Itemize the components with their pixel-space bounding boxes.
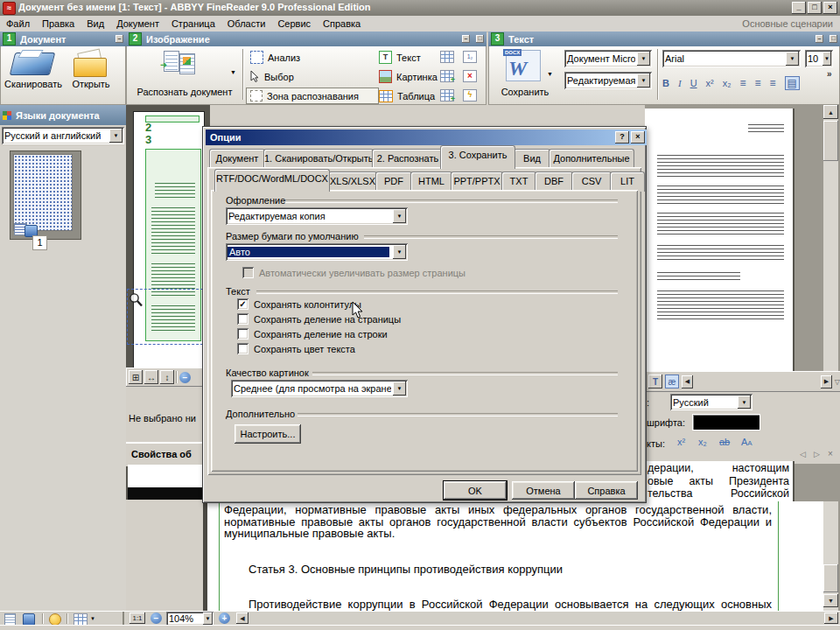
dropdown-arrow-icon[interactable]: ▼ bbox=[547, 71, 553, 77]
dropdown-arrow-icon[interactable]: ▼ bbox=[738, 396, 751, 409]
dropdown-arrow-icon[interactable]: ▼ bbox=[109, 129, 122, 143]
menu-file[interactable]: Файл bbox=[0, 17, 36, 31]
text-language-combobox[interactable]: Русский▼ bbox=[670, 394, 752, 410]
scroll-down-icon[interactable]: ▼ bbox=[823, 594, 838, 607]
add-cell-icon[interactable]: + bbox=[440, 70, 454, 82]
dropdown-arrow-icon[interactable]: ▼ bbox=[786, 52, 799, 66]
tab-save-active[interactable]: 3. Сохранить bbox=[440, 145, 515, 169]
fit-page-button[interactable]: ⊞ bbox=[129, 370, 143, 384]
dropdown-arrow-icon[interactable]: ▼ bbox=[203, 612, 213, 625]
analyze-table-icon[interactable]: ϟ bbox=[463, 89, 477, 102]
dropdown-arrow-icon[interactable]: ▼ bbox=[393, 245, 406, 259]
subtab-ppt[interactable]: PPT/PPTX bbox=[451, 172, 503, 192]
tab-view[interactable]: Вид bbox=[514, 149, 550, 169]
keep-headers-checkbox[interactable]: ✓ Сохранять колонтитулы bbox=[237, 298, 361, 310]
checkbox-box[interactable] bbox=[237, 343, 248, 354]
superscript-button[interactable]: x² bbox=[706, 78, 714, 88]
keep-line-breaks-checkbox[interactable]: Сохранять деление на строки bbox=[237, 328, 388, 340]
font-size-combobox[interactable]: 10▼ bbox=[805, 50, 833, 67]
fit-width-button[interactable]: ↔ bbox=[144, 370, 158, 384]
menu-help[interactable]: Справка bbox=[317, 17, 367, 31]
zoom-out-button[interactable]: − bbox=[150, 612, 162, 624]
zoom-level-combobox[interactable]: 104%▼ bbox=[166, 612, 214, 626]
checkbox-box[interactable] bbox=[237, 313, 248, 325]
hscroll-left-icon[interactable]: ◀ bbox=[236, 612, 248, 624]
merge-cells-icon[interactable] bbox=[440, 51, 454, 63]
menu-areas[interactable]: Области bbox=[221, 17, 272, 31]
panel-minimize-icon[interactable]: – bbox=[462, 35, 470, 43]
subtab-html[interactable]: HTML bbox=[410, 172, 452, 192]
bold-button[interactable]: B bbox=[662, 78, 669, 88]
scrollbar-thumb[interactable] bbox=[823, 564, 838, 592]
next-area-icon[interactable]: ▷ bbox=[814, 450, 820, 458]
keep-page-breaks-checkbox[interactable]: Сохранять деление на страницы bbox=[237, 313, 401, 325]
dropdown-arrow-icon[interactable]: ▼ bbox=[822, 52, 831, 66]
effect-smallcaps-icon[interactable]: Aa bbox=[741, 437, 752, 447]
save-button[interactable]: W DOCX ▼ Сохранить bbox=[493, 48, 557, 102]
dialog-close-button[interactable]: × bbox=[631, 131, 645, 144]
zoom-out-button[interactable]: − bbox=[179, 372, 191, 383]
analyze-tool[interactable]: Анализ bbox=[248, 49, 369, 66]
keep-text-color-checkbox[interactable]: Сохранять цвет текста bbox=[237, 343, 355, 354]
effect-subscript-icon[interactable]: x₂ bbox=[698, 437, 707, 447]
scan-button[interactable]: Сканировать bbox=[4, 49, 60, 102]
configure-button[interactable]: Настроить... bbox=[234, 424, 301, 444]
subtab-pdf[interactable]: PDF bbox=[375, 172, 412, 192]
dropdown-arrow-icon[interactable]: ▼ bbox=[230, 69, 236, 75]
text-vertical-scrollbar-bottom[interactable]: ▼ bbox=[823, 501, 838, 611]
text-vertical-scrollbar[interactable]: ▲ bbox=[823, 105, 838, 382]
dropdown-arrow-icon[interactable]: ▼ bbox=[637, 52, 650, 66]
menu-tools[interactable]: Сервис bbox=[271, 17, 317, 31]
align-justify-button-selected[interactable]: ▤ bbox=[785, 76, 800, 90]
window-close-button[interactable]: × bbox=[823, 2, 837, 14]
menu-edit[interactable]: Правка bbox=[36, 17, 80, 31]
dialog-titlebar[interactable]: Опции ? × bbox=[206, 130, 647, 145]
main-scenarios-label[interactable]: Основные сценарии bbox=[742, 18, 840, 29]
design-combobox[interactable]: Редактируемая копия▼ bbox=[226, 207, 408, 225]
subtab-xls[interactable]: XLS/XLSX bbox=[328, 172, 377, 192]
panel-collapse-icon[interactable]: ▽ bbox=[835, 378, 840, 386]
cancel-button[interactable]: Отмена bbox=[512, 481, 575, 500]
tab-recognize[interactable]: 2. Распознать bbox=[372, 149, 444, 169]
menu-document[interactable]: Документ bbox=[110, 17, 165, 31]
subscript-button[interactable]: x₂ bbox=[723, 78, 732, 88]
dialog-help-button[interactable]: ? bbox=[615, 131, 629, 144]
dropdown-arrow-icon[interactable]: ▼ bbox=[393, 382, 406, 396]
panel-minimize-icon[interactable]: – bbox=[816, 35, 823, 43]
effect-superscript-icon[interactable]: x² bbox=[677, 437, 685, 447]
subtab-txt[interactable]: TXT bbox=[501, 172, 536, 192]
select-tool[interactable]: Выбор bbox=[248, 68, 369, 85]
scroll-up-icon[interactable]: ▲ bbox=[823, 105, 838, 119]
window-restore-button[interactable]: □ bbox=[808, 2, 822, 14]
zoom-100-button[interactable]: 1:1 bbox=[130, 612, 145, 624]
renumber-areas-icon[interactable]: 1₂ bbox=[463, 51, 477, 63]
paper-size-combobox[interactable]: Авто▼ bbox=[226, 243, 408, 261]
tab-advanced[interactable]: Дополнительные bbox=[549, 149, 634, 169]
font-color-swatch[interactable] bbox=[693, 415, 760, 430]
window-minimize-button[interactable]: _ bbox=[792, 2, 806, 14]
recognized-text-page[interactable]: Федерации, нормативные правовые акты ины… bbox=[203, 501, 823, 611]
delete-area-icon[interactable]: × bbox=[463, 70, 477, 82]
effect-strikethrough-icon[interactable]: ab bbox=[719, 437, 730, 447]
help-button[interactable]: Справка bbox=[575, 481, 638, 500]
panel-maximize-icon[interactable]: □ bbox=[476, 35, 484, 43]
menu-page[interactable]: Страница bbox=[165, 17, 221, 31]
zoom-in-button[interactable]: + bbox=[219, 612, 230, 624]
recognize-document-button[interactable]: ➔ ▼ Распознать документ bbox=[129, 48, 241, 102]
hscroll-right-icon[interactable]: ▶ bbox=[824, 612, 838, 624]
text-style-icon[interactable]: T bbox=[648, 374, 662, 388]
area-properties-header[interactable]: Свойства об bbox=[126, 442, 210, 466]
subtab-csv[interactable]: CSV bbox=[571, 172, 612, 192]
dropdown-arrow-icon[interactable]: ▼ bbox=[393, 209, 406, 223]
scrollbar-thumb[interactable] bbox=[823, 121, 838, 161]
subtab-lit[interactable]: LIT bbox=[610, 172, 645, 192]
page-thumbnail[interactable] bbox=[10, 150, 81, 240]
toolbar-scroll-left-icon[interactable]: ◀ bbox=[682, 375, 693, 388]
checkbox-box[interactable] bbox=[237, 328, 248, 340]
prev-area-icon[interactable]: ◁ bbox=[800, 450, 806, 458]
open-button[interactable]: Открыть bbox=[64, 49, 118, 102]
panel-maximize-icon[interactable]: □ bbox=[830, 35, 837, 43]
tab-document[interactable]: Документ bbox=[209, 149, 265, 169]
status-document-icon[interactable] bbox=[4, 613, 16, 626]
status-save-icon[interactable] bbox=[23, 613, 35, 626]
